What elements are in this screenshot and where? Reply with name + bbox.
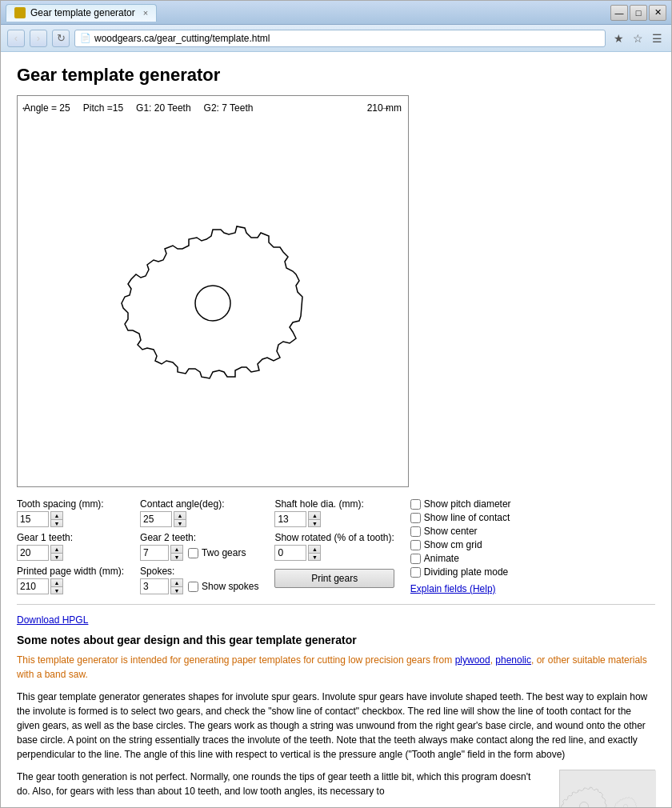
address-icon: 📄 [80,33,91,43]
show-spokes-row[interactable]: Show spokes [188,581,258,592]
address-bar[interactable]: 📄 woodgears.ca/gear_cutting/template.htm… [74,30,606,47]
two-gears-checkbox[interactable] [188,548,198,558]
spokes-up[interactable]: ▲ [170,578,183,586]
bottom-row: The gear tooth generation is not perfect… [17,770,655,807]
show-cm-grid-checkbox[interactable] [410,540,421,550]
control-col-2: Contact angle(deg): ▲ ▼ Gear 2 teeth: [140,498,258,594]
gear1-teeth-label: Gear 1 teeth: [17,532,124,543]
spokes-btns: ▲ ▼ [170,578,183,594]
shaft-hole-down[interactable]: ▼ [308,519,321,527]
bookmark-button[interactable]: ☆ [630,30,646,46]
page-width-spinner[interactable]: ▲ ▼ [17,578,124,594]
gear2-teeth-spinner[interactable]: ▲ ▼ Two gears [140,545,258,561]
tooth-spacing-input[interactable] [17,511,49,527]
show-pitch-checkbox[interactable] [410,499,421,510]
options-col: Show pitch diameter Show line of contact… [410,498,511,594]
gear-diagram-box: Angle = 25 Pitch =15 G1: 20 Teeth G2: 7 … [17,95,409,487]
address-text: woodgears.ca/gear_cutting/template.html [94,33,270,44]
show-spokes-checkbox[interactable] [188,582,198,592]
notes-title: Some notes about gear design and this ge… [17,634,655,646]
page-width-up[interactable]: ▲ [50,578,63,586]
animate-checkbox[interactable] [410,554,421,564]
show-cm-grid-row[interactable]: Show cm grid [410,539,511,550]
refresh-button[interactable]: ↻ [52,30,70,47]
notes-para2: The gear tooth generation is not perfect… [17,770,546,807]
contact-angle-label: Contact angle(deg): [140,498,258,510]
gear1-teeth-spinner[interactable]: ▲ ▼ [17,545,124,561]
contact-angle-spinner[interactable]: ▲ ▼ [140,511,258,527]
tab-close-btn[interactable]: × [143,8,148,18]
contact-angle-up[interactable]: ▲ [174,511,186,519]
gear1-teeth-input[interactable] [17,545,49,561]
plywood-link[interactable]: plywood [455,654,490,666]
contact-angle-input[interactable] [140,511,172,527]
gear2-teeth-up[interactable]: ▲ [170,545,183,553]
show-line-of-contact-label: Show line of contact [424,512,510,523]
shaft-hole-up[interactable]: ▲ [308,511,321,519]
tooth-spacing-down[interactable]: ▼ [50,519,63,527]
animate-label: Animate [424,553,459,564]
g2-label: G2: 7 Teeth [204,102,254,114]
shaft-hole-input[interactable] [274,511,306,527]
show-rotated-down[interactable]: ▼ [308,553,321,561]
browser-window: Gear template generator × — □ ✕ ‹ › ↻ 📄 … [0,0,672,808]
maximize-button[interactable]: □ [630,5,647,21]
shaft-hole-btns: ▲ ▼ [308,511,321,527]
right-arrow: → [381,102,390,114]
spokes-input[interactable] [140,578,169,594]
show-rotated-group: Show rotated (% of a tooth): ▲ ▼ [274,532,394,561]
dividing-plate-row[interactable]: Dividing plate mode [410,566,511,578]
g1-label: G1: 20 Teeth [136,102,191,114]
spokes-spinner[interactable]: ▲ ▼ Show spokes [140,578,258,594]
menu-button[interactable]: ☰ [649,30,665,46]
explain-fields-link[interactable]: Explain fields (Help) [410,583,511,594]
show-line-of-contact-row[interactable]: Show line of contact [410,512,511,523]
gear-drawing [69,159,357,447]
page-width-label: Printed page width (mm): [17,566,124,577]
spokes-down[interactable]: ▼ [170,586,183,594]
dividing-plate-checkbox[interactable] [410,567,421,578]
gear1-teeth-up[interactable]: ▲ [50,545,63,553]
gear1-teeth-down[interactable]: ▼ [50,553,63,561]
two-gears-row[interactable]: Two gears [188,547,246,558]
spokes-label: Spokes: [140,566,258,577]
tooth-spacing-spinner[interactable]: ▲ ▼ [17,511,124,527]
show-rotated-spinner[interactable]: ▲ ▼ [274,545,394,561]
content-area: Gear template generator Angle = 25 Pitch… [1,52,671,807]
gear2-teeth-group: Gear 2 teeth: ▲ ▼ Two gears [140,532,258,561]
shaft-hole-spinner[interactable]: ▲ ▼ [274,511,394,527]
download-hpgl-link[interactable]: Download HPGL [17,614,655,626]
phenolic-link[interactable]: phenolic [495,654,531,666]
shaft-hole-label: Shaft hole dia. (mm): [274,498,394,510]
spokes-group: Spokes: ▲ ▼ Show spokes [140,566,258,594]
navbar: ‹ › ↻ 📄 woodgears.ca/gear_cutting/templa… [1,25,671,52]
controls-area: Tooth spacing (mm): ▲ ▼ Gear 1 teeth: [17,498,655,605]
back-button[interactable]: ‹ [7,30,25,47]
show-center-row[interactable]: Show center [410,526,511,537]
close-button[interactable]: ✕ [649,5,666,21]
star-button[interactable]: ★ [610,30,626,46]
tooth-spacing-up[interactable]: ▲ [50,511,63,519]
left-arrow: ← [21,102,30,114]
page-width-input[interactable] [17,578,49,594]
page-width-group: Printed page width (mm): ▲ ▼ [17,566,124,594]
gear2-teeth-down[interactable]: ▼ [170,553,183,561]
forward-button[interactable]: › [30,30,47,47]
animate-row[interactable]: Animate [410,553,511,564]
contact-angle-down[interactable]: ▼ [174,519,186,527]
show-line-of-contact-checkbox[interactable] [410,513,421,523]
print-gears-button[interactable]: Print gears [274,569,394,588]
gear-diagram-header: Angle = 25 Pitch =15 G1: 20 Teeth G2: 7 … [24,102,402,114]
show-rotated-input[interactable] [274,545,306,561]
show-center-checkbox[interactable] [410,526,421,537]
browser-tab[interactable]: Gear template generator × [6,4,157,22]
nav-icons: ★ ☆ ☰ [610,30,665,46]
gear1-teeth-btns: ▲ ▼ [50,545,63,561]
pitch-label: Pitch =15 [83,102,123,114]
page-width-down[interactable]: ▼ [50,586,63,594]
minimize-button[interactable]: — [610,5,628,21]
gear2-teeth-input[interactable] [140,545,169,561]
show-pitch-row[interactable]: Show pitch diameter [410,498,511,510]
show-rotated-up[interactable]: ▲ [308,545,321,553]
control-col-1: Tooth spacing (mm): ▲ ▼ Gear 1 teeth: [17,498,124,594]
